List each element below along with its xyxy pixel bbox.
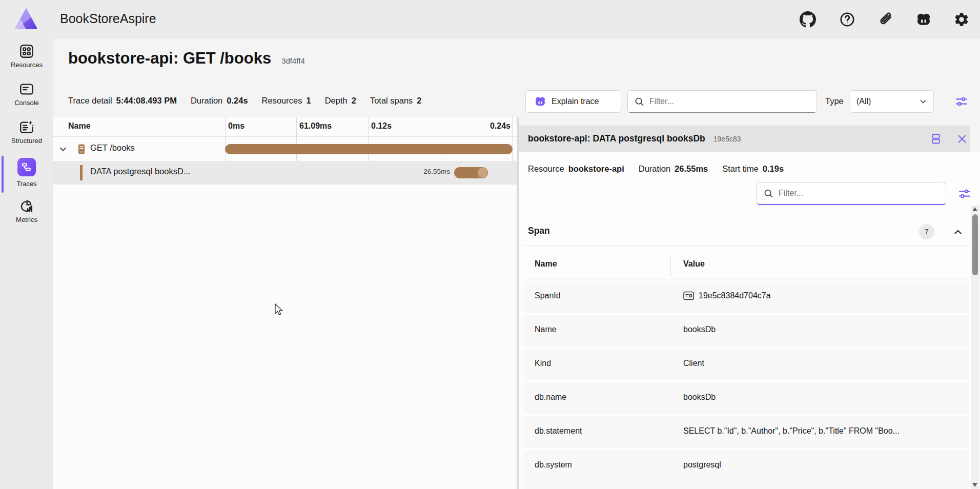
table-row[interactable]: SpanId 19e5c8384d704c7a [523, 281, 969, 314]
tick-0: 0ms [228, 121, 244, 131]
sidebar-item-console[interactable]: Console [0, 81, 53, 116]
chevron-up-icon[interactable] [953, 227, 963, 237]
explain-trace-button[interactable]: Explain trace [525, 90, 621, 113]
name-column-header: Name [68, 121, 91, 131]
span-id-card-icon [683, 291, 694, 300]
sidebar-item-label: Structured [0, 137, 53, 145]
trace-summary: Trace detail5:44:08.493 PM Duration0.24s… [68, 96, 422, 106]
help-icon[interactable] [839, 11, 855, 28]
sidebar-item-traces[interactable]: Traces [0, 158, 53, 193]
console-icon [18, 81, 35, 97]
tick-3: 0.24s [463, 121, 511, 131]
table-row[interactable]: db.system postgresql [523, 450, 969, 489]
span-color-marker [80, 165, 83, 180]
resources-grid-icon [18, 43, 35, 59]
span-name: DATA postgresql booksD... [90, 167, 191, 176]
span-info-row: Resourcebookstore-api Duration26.55ms St… [528, 164, 784, 174]
span-count-badge: 7 [919, 224, 934, 239]
tick-2: 0.12s [371, 121, 392, 131]
search-icon [763, 188, 774, 199]
span-name: GET /books [90, 143, 135, 153]
span-bar-get-books[interactable] [225, 144, 513, 154]
timeline-track [225, 161, 513, 185]
app-title: BookStoreAspire [60, 11, 156, 26]
span-filter-input[interactable] [757, 182, 946, 205]
section-divider [523, 245, 969, 246]
sidebar: Resources Console Structured Traces [0, 39, 53, 489]
type-select[interactable]: (All) [850, 90, 934, 113]
app-header: BookStoreAspire [0, 0, 980, 39]
sidebar-item-label: Resources [0, 61, 53, 69]
sidebar-item-resources[interactable]: Resources [0, 43, 53, 78]
aspire-logo-icon [13, 6, 39, 32]
trace-code: 3df4ff4 [281, 56, 305, 65]
resource-icon [78, 144, 85, 154]
span-detail-title: bookstore-api: DATA postgresql booksDb [528, 133, 705, 144]
metrics-chart-icon [18, 198, 35, 214]
traces-gantt-icon [17, 158, 36, 176]
type-select-value: (All) [856, 97, 871, 106]
bar-highlight-cap [478, 168, 487, 178]
span-row-data-postgresql[interactable]: DATA postgresql booksD... 26.55ms [53, 161, 517, 185]
span-options-icon[interactable] [957, 187, 972, 201]
sidebar-item-label: Console [0, 99, 53, 107]
sidebar-item-structured[interactable]: Structured [0, 119, 53, 154]
timeline-header: Name 0ms 61.09ms 0.12s 0.24s [53, 117, 517, 137]
attributes-table-header: Name Value [523, 252, 969, 279]
trace-filter-input[interactable] [627, 90, 817, 113]
span-section-header[interactable]: Span 7 [523, 219, 969, 245]
copilot-icon[interactable] [915, 11, 932, 28]
github-icon[interactable] [800, 11, 816, 28]
span-row-get-books[interactable]: GET /books [53, 137, 517, 161]
span-detail-header: bookstore-api: DATA postgresql booksDb 1… [519, 126, 970, 152]
mouse-cursor [273, 303, 284, 317]
column-separator [670, 256, 670, 277]
structured-logs-icon [18, 119, 35, 135]
timeline-track [225, 137, 513, 161]
close-icon[interactable] [956, 133, 968, 145]
sidebar-item-label: Traces [0, 180, 53, 188]
sidebar-item-metrics[interactable]: Metrics [0, 198, 53, 233]
table-row[interactable]: Kind Client [523, 349, 969, 381]
span-bar-data-postgresql[interactable] [454, 167, 488, 178]
chevron-down-icon [919, 97, 927, 106]
table-row[interactable]: Name booksDb [523, 315, 969, 348]
search-input[interactable] [649, 97, 816, 106]
tick-1: 61.09ms [299, 121, 332, 131]
table-row[interactable]: db.statement SELECT b."Id", b."Author", … [523, 416, 969, 449]
sidebar-item-label: Metrics [0, 216, 53, 223]
attr-value-header: Value [683, 259, 705, 269]
search-input[interactable] [779, 189, 946, 198]
scroll-down-arrow[interactable] [972, 483, 977, 487]
active-indicator [2, 156, 4, 193]
timeline-options-icon[interactable] [954, 94, 969, 109]
attach-icon[interactable] [877, 11, 894, 28]
page-title: bookstore-api: GET /books3df4ff4 [68, 49, 305, 68]
chevron-down-icon[interactable] [58, 145, 68, 154]
span-detail-body: Resourcebookstore-api Duration26.55ms St… [519, 152, 980, 489]
explain-trace-label: Explain trace [552, 97, 599, 106]
attr-name-header: Name [535, 259, 557, 269]
split-view-icon[interactable] [930, 133, 942, 145]
table-row[interactable]: db.name booksDb [523, 382, 969, 415]
trace-waterfall-pane: Name 0ms 61.09ms 0.12s 0.24s GET /books … [53, 117, 517, 489]
copilot-icon [534, 95, 546, 108]
scroll-thumb[interactable] [972, 214, 978, 275]
settings-icon[interactable] [953, 11, 970, 28]
panel-scrollbar[interactable] [971, 205, 979, 489]
search-icon [634, 96, 645, 107]
span-section-title: Span [528, 226, 550, 236]
span-code: 19e5c83 [713, 135, 741, 143]
type-label: Type [825, 96, 844, 106]
scroll-up-arrow[interactable] [972, 207, 977, 211]
